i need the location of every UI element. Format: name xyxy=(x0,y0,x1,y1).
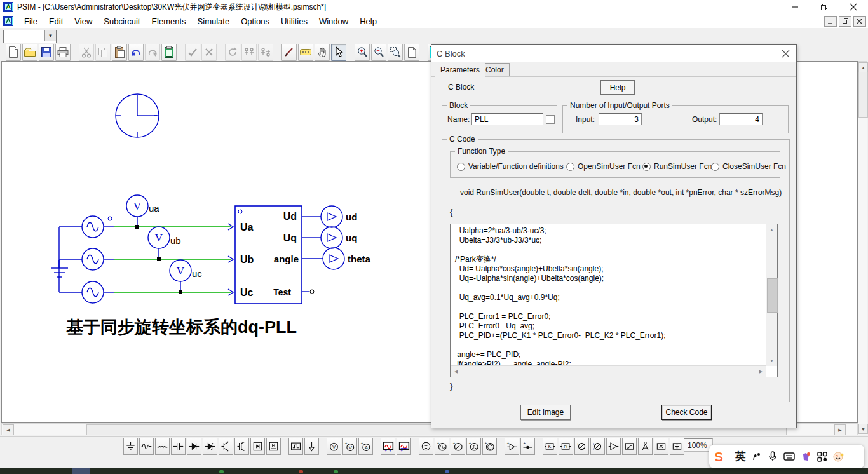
ime-grid-menu-icon[interactable] xyxy=(817,452,827,462)
mdi-close-button[interactable] xyxy=(853,16,866,27)
menu-utilities[interactable]: Utilities xyxy=(275,15,313,27)
clipboard-button[interactable] xyxy=(161,44,177,61)
menu-window[interactable]: Window xyxy=(313,15,354,27)
select-pointer-button[interactable] xyxy=(331,44,346,61)
mirror-vertical-button[interactable] xyxy=(258,44,273,61)
rotate-button[interactable] xyxy=(225,44,240,61)
block-name-input[interactable]: PLL xyxy=(471,113,543,125)
mirror-horizontal-button[interactable] xyxy=(241,44,257,61)
el-ac-source-button[interactable]: + xyxy=(435,438,449,455)
redo-button[interactable] xyxy=(145,44,160,61)
schematic-caption[interactable]: 基于同步旋转坐标系的dq-PLL xyxy=(66,318,297,337)
el-gain-block-button[interactable]: K xyxy=(543,438,557,455)
menu-help[interactable]: Help xyxy=(354,15,383,27)
el-voltmeter2-button[interactable]: +V xyxy=(342,438,357,455)
zoom-in-button[interactable] xyxy=(355,44,370,61)
code-editor[interactable]: Ualpha=2*ua/3-ub/3-uc/3; Ubelta=J3/3*ub-… xyxy=(450,224,778,377)
scroll-down-icon[interactable]: ▼ xyxy=(858,424,868,434)
paste-button[interactable] xyxy=(112,44,127,61)
vscroll-thumb[interactable] xyxy=(858,72,868,118)
el-bridge3-button[interactable] xyxy=(266,438,281,455)
code-scroll-up-icon[interactable]: ▲ xyxy=(767,225,776,234)
test-terminal[interactable] xyxy=(302,290,314,294)
el-limiter-button[interactable] xyxy=(622,438,637,455)
el-pi-block-button[interactable]: PI xyxy=(559,438,573,455)
el-square-source-button[interactable] xyxy=(288,438,303,455)
edit-image-button[interactable]: Edit Image xyxy=(520,405,571,420)
code-text[interactable]: Ualpha=2*ua/3-ub/3-uc/3; Ubelta=J3/3*ub-… xyxy=(451,224,766,366)
sogou-logo-icon[interactable]: S xyxy=(714,450,723,463)
taskbar-icon-4[interactable] xyxy=(445,470,449,473)
clock-element[interactable] xyxy=(116,94,159,137)
input-ports-field[interactable]: 3 xyxy=(599,113,642,125)
menu-edit[interactable]: Edit xyxy=(43,15,69,27)
el-multiplier-button[interactable] xyxy=(654,438,668,455)
zoom-page-button[interactable] xyxy=(404,44,419,61)
new-file-button[interactable] xyxy=(6,44,21,61)
open-folder-button[interactable] xyxy=(22,44,37,61)
mdi-restore-button[interactable] xyxy=(839,16,851,27)
el-dc-source-button[interactable] xyxy=(419,438,433,455)
el-voltmeter-button[interactable]: V xyxy=(327,438,341,455)
save-button[interactable] xyxy=(39,44,54,61)
zoom-out-button[interactable] xyxy=(371,44,386,61)
radio-runsimuser-fcn[interactable]: RunSimUser Fcn xyxy=(642,162,711,171)
code-vscroll-thumb[interactable] xyxy=(767,278,778,313)
taskbar-icon-3[interactable] xyxy=(334,470,338,473)
scroll-up-icon[interactable]: ▲ xyxy=(858,62,868,72)
draw-wire-button[interactable] xyxy=(281,44,297,61)
dialog-close-icon[interactable] xyxy=(778,47,792,60)
ac-source-b[interactable] xyxy=(59,248,114,270)
voltmeter-ua[interactable]: V ua xyxy=(126,195,159,229)
el-bridge1-button[interactable] xyxy=(250,438,265,455)
zoom-area-button[interactable] xyxy=(388,44,403,61)
voltmeter-uc[interactable]: V uc xyxy=(170,260,202,294)
ime-punctuation-icon[interactable] xyxy=(752,452,762,462)
print-button[interactable] xyxy=(55,44,71,61)
ac-source-a[interactable] xyxy=(59,216,114,238)
el-scope2-button[interactable]: + xyxy=(397,438,411,455)
el-ammeter-button[interactable]: +A xyxy=(358,438,373,455)
taskbar-icon-1[interactable] xyxy=(219,470,224,473)
menu-simulate[interactable]: Simulate xyxy=(192,15,236,27)
menu-subcircuit[interactable]: Subcircuit xyxy=(98,15,146,27)
ime-microphone-icon[interactable] xyxy=(768,451,778,463)
pll-c-block[interactable]: Ua Ub Uc Ud Uq angle Test xyxy=(235,206,302,304)
radio-variable-function-definitions[interactable]: Variable/Function definitions xyxy=(457,162,566,171)
el-divider-button[interactable] xyxy=(670,438,684,455)
document-icon[interactable] xyxy=(3,16,13,26)
code-scroll-left-icon[interactable]: ◀ xyxy=(451,367,461,376)
block-name-checkbox[interactable] xyxy=(546,115,555,124)
el-resistor-button[interactable] xyxy=(139,438,154,455)
el-sum-block-button[interactable]: +- xyxy=(574,438,589,455)
probe-theta[interactable]: theta xyxy=(302,248,370,269)
code-scroll-right-icon[interactable]: ▶ xyxy=(756,367,766,376)
combo-dropdown-arrow-icon[interactable]: ▼ xyxy=(44,30,56,41)
probe-ud[interactable]: ud xyxy=(302,206,357,227)
ac-source-c[interactable] xyxy=(59,281,114,303)
el-zener-button[interactable] xyxy=(203,438,217,455)
el-probe-button[interactable] xyxy=(304,438,319,455)
code-vertical-scrollbar[interactable]: ▲ ▼ xyxy=(766,224,777,366)
mdi-minimize-button[interactable] xyxy=(824,16,837,27)
cancel-x-button[interactable] xyxy=(201,44,217,61)
help-button[interactable]: Help xyxy=(600,80,635,95)
scroll-left-icon[interactable]: ◀ xyxy=(3,424,14,435)
el-mosfet-button[interactable] xyxy=(234,438,249,455)
el-ground-button[interactable] xyxy=(123,438,138,455)
el-ac-source4-button[interactable]: + xyxy=(482,438,497,455)
ime-skin-icon[interactable] xyxy=(801,452,811,462)
output-ports-field[interactable]: 4 xyxy=(719,113,763,125)
code-horizontal-scrollbar[interactable]: ◀ ▶ xyxy=(451,365,766,377)
pan-hand-button[interactable] xyxy=(315,44,330,61)
menu-elements[interactable]: Elements xyxy=(146,15,191,27)
ime-keyboard-icon[interactable] xyxy=(783,452,795,461)
ime-language-toggle[interactable]: 英 xyxy=(735,449,746,464)
close-button[interactable] xyxy=(844,0,863,14)
minimize-button[interactable] xyxy=(785,0,804,14)
radio-closesimuser-fcn[interactable]: CloseSimUser Fcn xyxy=(711,162,782,171)
tab-parameters[interactable]: Parameters xyxy=(435,62,485,77)
probe-uq[interactable]: uq xyxy=(302,227,357,248)
apply-check-button[interactable] xyxy=(185,44,200,61)
ime-emoji-icon[interactable] xyxy=(833,451,844,463)
